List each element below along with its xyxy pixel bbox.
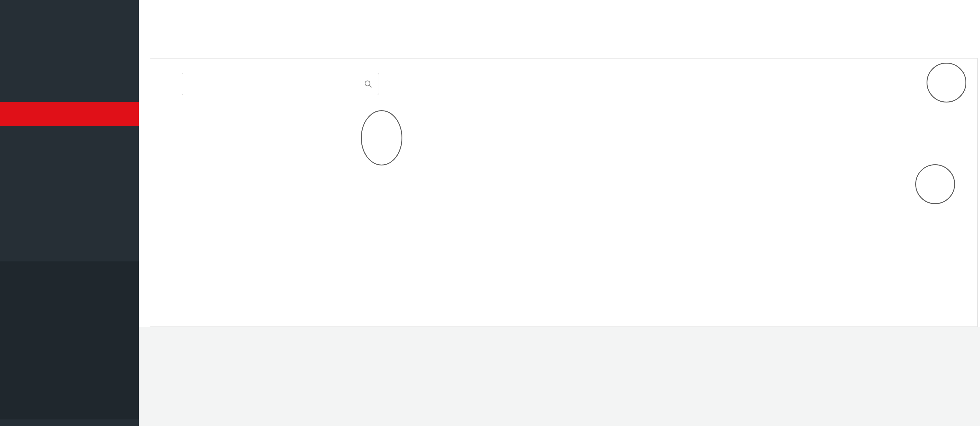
search-icon	[363, 79, 373, 89]
sidebar-item-dziennik[interactable]	[0, 102, 139, 126]
sidebar-players-block	[0, 262, 139, 420]
app-window	[0, 0, 980, 426]
access-table-card	[150, 58, 978, 327]
page-background	[139, 327, 980, 426]
sidebar-item-zawodnicy[interactable]	[0, 262, 139, 283]
export-button[interactable]	[939, 72, 966, 91]
search-box	[182, 73, 379, 95]
search-input[interactable]	[182, 73, 379, 95]
sidebar-journal-submenu	[0, 126, 139, 130]
sidebar-players-submenu	[0, 283, 139, 287]
sidebar-section-label	[0, 78, 28, 102]
sidebar	[0, 0, 139, 426]
